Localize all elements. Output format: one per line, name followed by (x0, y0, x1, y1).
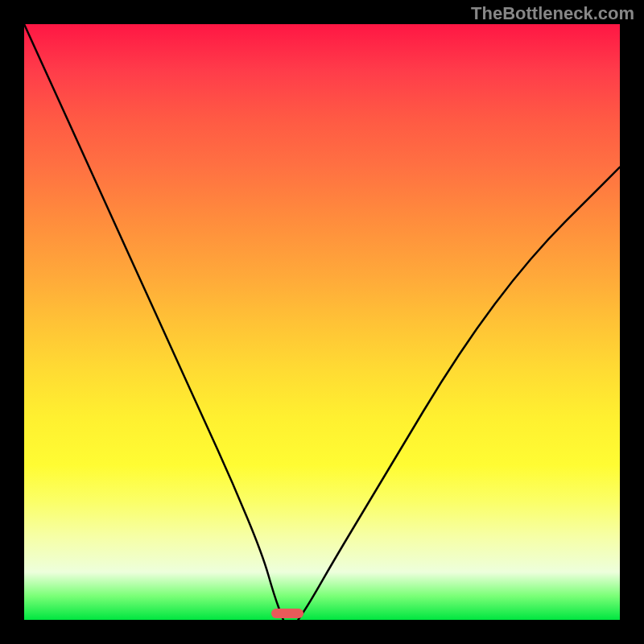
watermark-text: TheBottleneck.com (471, 3, 634, 24)
chart-plot-area (24, 24, 620, 620)
chart-curve (24, 24, 620, 620)
chart-minimum-marker (271, 609, 303, 618)
